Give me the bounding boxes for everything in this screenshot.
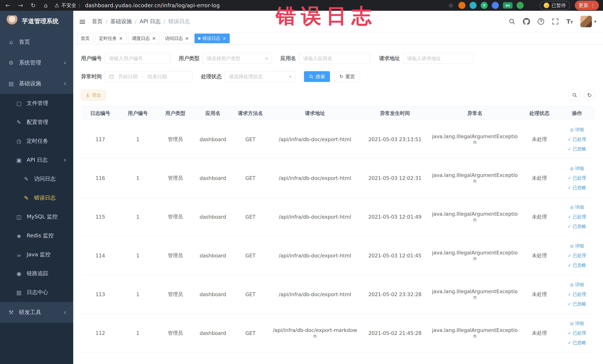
extension-green-y-icon[interactable]: Y bbox=[481, 2, 488, 9]
action-processed[interactable]: ✓已处理 bbox=[561, 289, 593, 299]
sidebar-item-java[interactable]: ☕Java 监控 bbox=[0, 245, 73, 264]
exception-time-range[interactable]: 开始日期 - 结束日期 bbox=[105, 71, 192, 82]
bookmark-star-icon[interactable]: ☆ bbox=[448, 2, 453, 9]
sidebar-item-home[interactable]: ⌂首页 bbox=[0, 32, 73, 52]
tab-error-log[interactable]: 错误日志× bbox=[195, 34, 230, 43]
action-ignored[interactable]: ✓已忽略 bbox=[561, 260, 593, 270]
breadcrumb-item-1[interactable]: 基础设施 bbox=[110, 18, 132, 25]
table-cell: /api/infra/db-doc/export-html bbox=[270, 159, 360, 198]
back-icon[interactable]: ← bbox=[4, 2, 12, 9]
tab-job-log[interactable]: 调度日志× bbox=[128, 34, 159, 43]
action-label: 已忽略 bbox=[573, 185, 586, 191]
search-button[interactable]: 搜索 bbox=[304, 71, 330, 82]
forward-icon[interactable]: → bbox=[17, 2, 24, 9]
hide-search-button[interactable] bbox=[569, 89, 580, 101]
chevron-down-icon: ∨ bbox=[63, 60, 67, 65]
extension-teal-drop-icon[interactable] bbox=[470, 2, 476, 9]
start-date-placeholder: 开始日期 bbox=[118, 73, 138, 80]
action-processed[interactable]: ✓已处理 bbox=[561, 251, 593, 260]
reload-icon[interactable]: ↻ bbox=[29, 2, 37, 9]
export-button[interactable]: 导出 bbox=[81, 90, 105, 100]
home-icon[interactable]: ⌂ bbox=[42, 2, 50, 9]
reset-button[interactable]: ↻ 重置 bbox=[334, 71, 360, 82]
search-actions: 搜索 ↻ 重置 bbox=[304, 71, 360, 82]
action-ignored[interactable]: ✓已忽略 bbox=[561, 222, 593, 231]
user-avatar[interactable] bbox=[580, 16, 592, 27]
tab-access-log[interactable]: 访问日志× bbox=[162, 34, 192, 43]
tab-close-icon[interactable]: × bbox=[185, 36, 189, 41]
app-name-input[interactable] bbox=[299, 53, 371, 64]
action-processed[interactable]: ✓已处理 bbox=[561, 212, 593, 222]
search-icon[interactable] bbox=[509, 18, 515, 25]
chevron-down-icon: ▾ bbox=[594, 19, 596, 24]
font-size-icon[interactable]: TT bbox=[566, 18, 573, 25]
sidebar-item-access-log[interactable]: ✎访问日志 bbox=[0, 169, 73, 188]
user-dropdown[interactable]: ▾ bbox=[580, 16, 596, 27]
extension-green-leaf-icon[interactable] bbox=[517, 2, 524, 9]
sidebar-item-config[interactable]: ✎配置管理 bbox=[0, 113, 73, 132]
fullscreen-icon[interactable] bbox=[552, 18, 559, 25]
table-cell: 2021-05-03 23:13:51 bbox=[360, 120, 429, 159]
extension-blue-grid-icon[interactable] bbox=[492, 2, 499, 9]
eye-icon: ◎ bbox=[570, 321, 574, 326]
security-indicator[interactable]: ⚠ 不安全 | bbox=[55, 2, 80, 9]
breadcrumb-item-2[interactable]: API 日志 bbox=[139, 18, 161, 25]
sidebar-logo[interactable]: 芋道管理系统 bbox=[0, 11, 73, 32]
search-icon bbox=[572, 93, 577, 98]
sidebar-item-api-log[interactable]: ▣API 日志∧ bbox=[0, 151, 73, 169]
paused-badge[interactable]: 已暂停 bbox=[540, 1, 570, 10]
filter-exception-time: 异常时间 开始日期 - 结束日期 bbox=[81, 71, 192, 82]
eye-icon: ◎ bbox=[570, 166, 574, 171]
process-status-select[interactable]: 请选择处理状态 ▾ bbox=[225, 71, 295, 82]
action-detail[interactable]: ◎详细 bbox=[561, 202, 593, 212]
filter-user-type: 用户类型 请选择用户类型 ▾ bbox=[179, 53, 272, 64]
action-ignored[interactable]: ✓已忽略 bbox=[561, 299, 593, 309]
tab-close-icon[interactable]: × bbox=[119, 36, 123, 41]
table-body: 1171管理员dashboardGET/api/infra/db-doc/exp… bbox=[81, 120, 595, 352]
user-id-input[interactable] bbox=[105, 53, 170, 64]
action-ignored[interactable]: ✓已忽略 bbox=[561, 144, 593, 154]
sidebar-item-infra[interactable]: ▤基础设施∧ bbox=[0, 73, 73, 94]
calendar-icon bbox=[109, 74, 114, 79]
sidebar-item-system[interactable]: ⚙系统管理∨ bbox=[0, 52, 73, 73]
user-type-select[interactable]: 请选择用户类型 ▾ bbox=[202, 53, 272, 64]
refresh-button[interactable]: ↻ bbox=[584, 89, 595, 101]
tab-job[interactable]: 定时任务× bbox=[95, 34, 126, 43]
tools-icon: ⚒ bbox=[7, 309, 15, 316]
request-url-input[interactable] bbox=[403, 53, 474, 64]
filter-label-user-id: 用户编号 bbox=[81, 55, 102, 62]
sidebar-item-dev-tools[interactable]: ⚒研发工具∨ bbox=[0, 302, 73, 323]
action-detail[interactable]: ◎详细 bbox=[561, 280, 593, 289]
action-detail[interactable]: ◎详细 bbox=[561, 241, 593, 251]
browser-menu-icon[interactable]: ⋮ bbox=[590, 3, 595, 8]
address-bar[interactable]: dashboard.yudao.iocoder.cn/infra/log/api… bbox=[85, 2, 220, 9]
tab-close-icon[interactable]: × bbox=[152, 36, 156, 41]
extension-orange-circle-icon[interactable] bbox=[458, 2, 465, 9]
extension-on-badge-icon[interactable]: on bbox=[503, 2, 512, 9]
chevron-down-icon: ▾ bbox=[289, 74, 291, 79]
sidebar-item-file[interactable]: ▢文件管理 bbox=[0, 94, 73, 113]
sidebar-item-mysql[interactable]: ◫MySQL 监控 bbox=[0, 207, 73, 226]
update-button[interactable]: 更新 ⋮ bbox=[575, 0, 599, 10]
hamburger-icon[interactable]: ≡ bbox=[79, 17, 86, 26]
sidebar-item-error-log[interactable]: ✎错误日志 bbox=[0, 188, 73, 207]
action-processed[interactable]: ✓已处理 bbox=[561, 328, 593, 338]
breadcrumb-item-0[interactable]: 首页 bbox=[92, 18, 103, 25]
tab-close-icon[interactable]: × bbox=[222, 36, 226, 41]
tab-home[interactable]: 首页 bbox=[77, 34, 93, 43]
github-icon[interactable] bbox=[523, 18, 530, 25]
sidebar-item-redis[interactable]: ◈Redis 监控 bbox=[0, 226, 73, 245]
sidebar-item-trace[interactable]: ◉链路追踪 bbox=[0, 264, 73, 283]
action-detail[interactable]: ◎详细 bbox=[561, 318, 593, 328]
active-tab-dot bbox=[198, 37, 201, 40]
action-ignored[interactable]: ✓已忽略 bbox=[561, 183, 593, 192]
extension-dark-paw-icon[interactable] bbox=[528, 2, 535, 9]
sidebar-item-job[interactable]: ◷定时任务 bbox=[0, 132, 73, 151]
action-ignored[interactable]: ✓已忽略 bbox=[561, 338, 593, 348]
action-detail[interactable]: ◎详细 bbox=[561, 125, 593, 134]
help-icon[interactable] bbox=[537, 18, 545, 25]
action-processed[interactable]: ✓已处理 bbox=[561, 134, 593, 144]
sidebar-item-log-center[interactable]: ▥日志中心 bbox=[0, 283, 73, 302]
action-detail[interactable]: ◎详细 bbox=[561, 164, 593, 173]
action-processed[interactable]: ✓已处理 bbox=[561, 173, 593, 183]
